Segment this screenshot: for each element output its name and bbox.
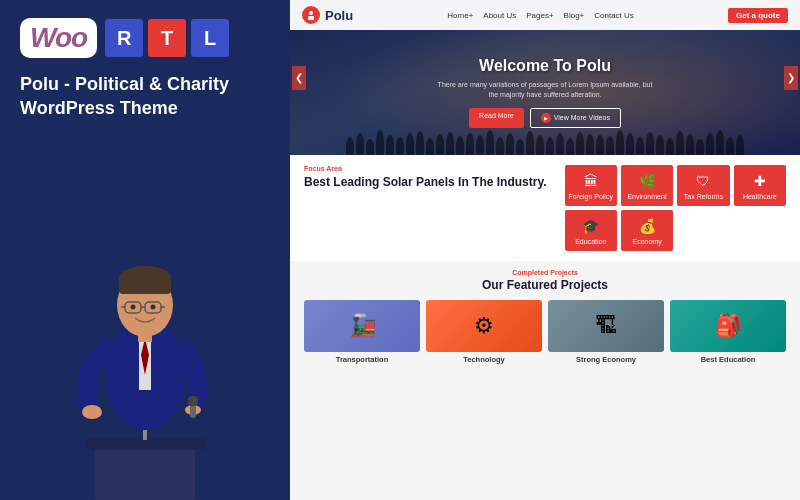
svg-point-17 (131, 305, 136, 310)
woo-label: Woo (30, 22, 87, 54)
project-img-3: 🎒 (670, 300, 786, 352)
focus-card-4[interactable]: 🎓Education (565, 210, 617, 251)
hero-video-label: View More Videos (554, 114, 610, 121)
focus-section: Focus Area Best Leading Solar Panels In … (290, 155, 800, 261)
focus-card-icon-0: 🏛 (584, 173, 598, 189)
svg-rect-0 (95, 445, 195, 500)
hero-logo-text: Polu (325, 8, 353, 23)
theme-title: Polu - Political & Charity WordPress The… (20, 72, 270, 121)
project-card-3[interactable]: 🎒 Best Education (670, 300, 786, 364)
focus-card-label-1: Environment (627, 193, 666, 200)
person-illustration (0, 190, 290, 500)
badge-l: L (191, 19, 229, 57)
nav-link-pages[interactable]: Pages+ (526, 11, 553, 20)
svg-point-22 (82, 405, 102, 419)
focus-grid: 🏛Foreign Policy🌿Environment🛡Tax Reforms✚… (565, 165, 786, 251)
nav-link-about[interactable]: About Us (483, 11, 516, 20)
focus-card-0[interactable]: 🏛Foreign Policy (565, 165, 617, 206)
projects-label: Completed Projects (304, 269, 786, 276)
focus-card-label-4: Education (575, 238, 606, 245)
hero-title: Welcome To Polu (479, 57, 611, 75)
right-panel: // Will be created by JS below Polu Home… (290, 0, 800, 500)
hero-description: There are many variations of passages of… (435, 80, 655, 100)
project-img-1: ⚙ (426, 300, 542, 352)
nav-link-contact[interactable]: Contact Us (594, 11, 634, 20)
focus-card-label-2: Tax Reforms (684, 193, 723, 200)
focus-card-icon-2: 🛡 (696, 173, 710, 189)
focus-card-label-0: Foreign Policy (569, 193, 613, 200)
hero-read-more-button[interactable]: Read More (469, 108, 524, 128)
svg-point-18 (151, 305, 156, 310)
hero-prev-arrow[interactable]: ❮ (292, 66, 306, 90)
focus-card-label-5: Economy (633, 238, 662, 245)
focus-card-icon-3: ✚ (754, 173, 766, 189)
project-label-1: Technology (463, 355, 505, 364)
focus-card-icon-5: 💰 (639, 218, 656, 234)
hero-next-arrow[interactable]: ❯ (784, 66, 798, 90)
logo-icon (302, 6, 320, 24)
focus-card-5[interactable]: 💰Economy (621, 210, 673, 251)
left-panel: Woo R T L Polu - Political & Charity Wor… (0, 0, 290, 500)
nav-link-blog[interactable]: Blog+ (564, 11, 585, 20)
focus-card-2[interactable]: 🛡Tax Reforms (677, 165, 729, 206)
focus-card-icon-1: 🌿 (639, 173, 656, 189)
rtl-badges: R T L (105, 19, 229, 57)
badges-row: Woo R T L (20, 18, 270, 58)
svg-rect-11 (119, 278, 171, 294)
hero-cta-button[interactable]: Get a quote (728, 8, 788, 23)
svg-point-23 (309, 11, 313, 15)
nav-link-home[interactable]: Home+ (447, 11, 473, 20)
projects-section: Completed Projects Our Featured Projects… (290, 261, 800, 500)
focus-card-3[interactable]: ✚Healthcare (734, 165, 786, 206)
svg-rect-21 (188, 396, 198, 406)
project-card-0[interactable]: 🚂 Transportation (304, 300, 420, 364)
project-card-1[interactable]: ⚙ Technology (426, 300, 542, 364)
project-img-0: 🚂 (304, 300, 420, 352)
hero-video-button[interactable]: ▶ View More Videos (530, 108, 621, 128)
hero-nav-links: Home+ About Us Pages+ Blog+ Contact Us (447, 11, 634, 20)
focus-card-label-3: Healthcare (743, 193, 777, 200)
hero-logo: Polu (302, 6, 353, 24)
focus-card-1[interactable]: 🌿Environment (621, 165, 673, 206)
focus-label: Focus Area (304, 165, 553, 172)
projects-grid: 🚂 Transportation ⚙ Technology 🏗 Strong E… (304, 300, 786, 364)
project-label-0: Transportation (336, 355, 389, 364)
project-label-3: Best Education (701, 355, 756, 364)
hero-navbar: Polu Home+ About Us Pages+ Blog+ Contact… (290, 0, 800, 30)
hero-section: // Will be created by JS below Polu Home… (290, 0, 800, 155)
focus-left: Focus Area Best Leading Solar Panels In … (304, 165, 553, 251)
projects-title: Our Featured Projects (304, 278, 786, 292)
project-label-2: Strong Economy (576, 355, 636, 364)
hero-buttons: Read More ▶ View More Videos (469, 108, 621, 128)
project-img-2: 🏗 (548, 300, 664, 352)
hero-content: Welcome To Polu There are many variation… (290, 30, 800, 155)
badge-t: T (148, 19, 186, 57)
play-icon: ▶ (541, 113, 551, 123)
focus-card-icon-4: 🎓 (582, 218, 599, 234)
badge-r: R (105, 19, 143, 57)
woo-badge: Woo (20, 18, 97, 58)
svg-rect-24 (308, 16, 314, 20)
project-card-2[interactable]: 🏗 Strong Economy (548, 300, 664, 364)
focus-title: Best Leading Solar Panels In The Industr… (304, 175, 553, 191)
